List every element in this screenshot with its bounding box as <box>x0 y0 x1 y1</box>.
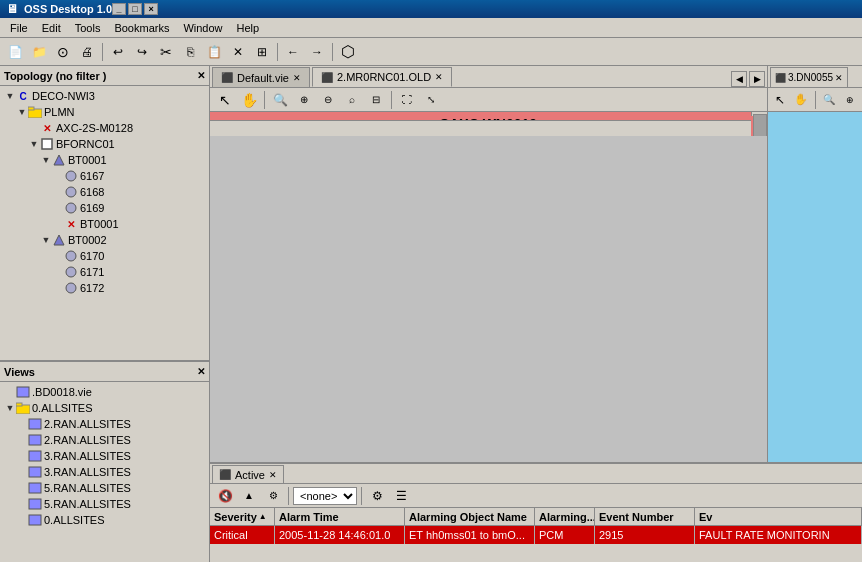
menu-file[interactable]: File <box>4 20 34 36</box>
toolbar-cut[interactable]: ✂ <box>155 41 177 63</box>
topology-close-button[interactable]: ✕ <box>197 70 205 81</box>
map-scroll-thumb[interactable] <box>753 114 767 136</box>
mini-tool-arrow[interactable]: ↖ <box>770 89 789 111</box>
mini-tool-hand[interactable]: ✋ <box>791 89 810 111</box>
toolbar-circle[interactable]: ⊙ <box>52 41 74 63</box>
alarm-tool-mute[interactable]: 🔇 <box>214 485 236 507</box>
alarm-filter-select[interactable]: <none> <box>293 487 357 505</box>
view-icon-3ran2 <box>28 465 42 479</box>
map-tool-zoom-out[interactable]: ⊖ <box>317 89 339 111</box>
toolbar-grid[interactable]: ⊞ <box>251 41 273 63</box>
close-button[interactable]: × <box>144 3 158 15</box>
view-item-5ran2[interactable]: ▶ 5.RAN.ALLSITES <box>2 496 207 512</box>
views-close-button[interactable]: ✕ <box>197 366 205 377</box>
views-tree[interactable]: ▶ .BD0018.vie ▼ 0.ALLSITES <box>0 382 209 562</box>
tree-expand-deco[interactable]: ▼ <box>4 90 16 102</box>
tab-3dn0055[interactable]: ⬛ 3.DN0055 ✕ <box>770 67 848 87</box>
map-scrollbar-horizontal[interactable] <box>210 120 751 136</box>
view-item-3ran1[interactable]: ▶ 3.RAN.ALLSITES <box>2 448 207 464</box>
tree-icon-tri1 <box>52 153 66 167</box>
map-tool-zoom-in[interactable]: 🔍 <box>269 89 291 111</box>
map-tool-zoom-fit[interactable]: ⊕ <box>293 89 315 111</box>
menu-edit[interactable]: Edit <box>36 20 67 36</box>
tab-default-vie[interactable]: ⬛ Default.vie ✕ <box>212 67 310 87</box>
tree-expand-bt0002[interactable]: ▼ <box>40 234 52 246</box>
tree-expand-bfornc01[interactable]: ▼ <box>28 138 40 150</box>
tree-item-6171[interactable]: ▶ 6171 <box>2 264 207 280</box>
toolbar-redo[interactable]: ↪ <box>131 41 153 63</box>
mini-tab-close[interactable]: ✕ <box>835 73 843 83</box>
menu-help[interactable]: Help <box>231 20 266 36</box>
tree-expand-allsites[interactable]: ▼ <box>4 402 16 414</box>
toolbar-delete[interactable]: ✕ <box>227 41 249 63</box>
tab-close-2mr0[interactable]: ✕ <box>435 72 443 82</box>
menu-tools[interactable]: Tools <box>69 20 107 36</box>
tree-expand-plmn[interactable]: ▼ <box>16 106 28 118</box>
map-tool-fit[interactable]: ⛶ <box>396 89 418 111</box>
map-scrollbar-vertical[interactable] <box>751 112 767 116</box>
maximize-button[interactable]: □ <box>128 3 142 15</box>
tree-expand-bt0001[interactable]: ▼ <box>40 154 52 166</box>
minimize-button[interactable]: _ <box>112 3 126 15</box>
tree-item-6170[interactable]: ▶ 6170 <box>2 248 207 264</box>
map-tool-arrow[interactable]: ↖ <box>214 89 236 111</box>
map-tool-expand[interactable]: ⤡ <box>420 89 442 111</box>
menu-bookmarks[interactable]: Bookmarks <box>108 20 175 36</box>
alarm-col-object[interactable]: Alarming Object Name <box>405 508 535 525</box>
view-item-0allsites[interactable]: ▼ 0.ALLSITES <box>2 400 207 416</box>
toolbar-new[interactable]: 📄 <box>4 41 26 63</box>
view-item-2ran2[interactable]: ▶ 2.RAN.ALLSITES <box>2 432 207 448</box>
main-layout: Topology (no filter ) ✕ ▼ C DECO-NWI3 ▼ <box>0 66 862 562</box>
alarm-col-event[interactable]: Event Number <box>595 508 695 525</box>
bottom-tab-close[interactable]: ✕ <box>269 470 277 480</box>
toolbar-print[interactable]: 🖨 <box>76 41 98 63</box>
alarm-col-ev[interactable]: Ev <box>695 508 862 525</box>
tree-item-bfornc01[interactable]: ▼ BFORNC01 <box>2 136 207 152</box>
tree-item-6167[interactable]: ▶ 6167 <box>2 168 207 184</box>
view-item-3ran2[interactable]: ▶ 3.RAN.ALLSITES <box>2 464 207 480</box>
map-tool-zoom-sel[interactable]: ⊟ <box>365 89 387 111</box>
view-item-5ran1[interactable]: ▶ 5.RAN.ALLSITES <box>2 480 207 496</box>
toolbar-copy[interactable]: ⎘ <box>179 41 201 63</box>
map-tool-zoom-region[interactable]: ⌕ <box>341 89 363 111</box>
toolbar-back[interactable]: ← <box>282 41 304 63</box>
tab-close-default[interactable]: ✕ <box>293 73 301 83</box>
tree-item-6169[interactable]: ▶ 6169 <box>2 200 207 216</box>
tree-label-bt0001: BT0001 <box>68 154 107 166</box>
toolbar-forward[interactable]: → <box>306 41 328 63</box>
map-tool-hand[interactable]: ✋ <box>238 89 260 111</box>
alarm-row-critical[interactable]: Critical 2005-11-28 14:46:01.0 ET hh0mss… <box>210 526 862 544</box>
alarm-col-alarming[interactable]: Alarming... <box>535 508 595 525</box>
toolbar-undo[interactable]: ↩ <box>107 41 129 63</box>
view-item-0allsites2[interactable]: ▶ 0.ALLSITES <box>2 512 207 528</box>
tree-item-bt0002[interactable]: ▼ BT0002 <box>2 232 207 248</box>
mini-tool-zoom-in[interactable]: 🔍 <box>819 89 838 111</box>
view-item-bd0018[interactable]: ▶ .BD0018.vie <box>2 384 207 400</box>
tree-item-bt0001[interactable]: ▼ BT0001 <box>2 152 207 168</box>
tab-nav-left[interactable]: ◀ <box>731 71 747 87</box>
toolbar-paste[interactable]: 📋 <box>203 41 225 63</box>
topology-tree[interactable]: ▼ C DECO-NWI3 ▼ PLMN ▶ ✕ <box>0 86 209 360</box>
tree-item-6172[interactable]: ▶ 6172 <box>2 280 207 296</box>
tab-active[interactable]: ⬛ Active ✕ <box>212 465 284 483</box>
tab-2mr0rnc01[interactable]: ⬛ 2.MR0RNC01.OLD ✕ <box>312 67 452 87</box>
tree-item-axc[interactable]: ▶ ✕ AXC-2S-M0128 <box>2 120 207 136</box>
tab-nav-right[interactable]: ▶ <box>749 71 765 87</box>
alarm-col-severity[interactable]: Severity ▲ <box>210 508 275 525</box>
alarm-tool-up[interactable]: ▲ <box>238 485 260 507</box>
toolbar-3d[interactable]: ⬡ <box>337 41 359 63</box>
alarm-tool-table[interactable]: ☰ <box>390 485 412 507</box>
tree-label-6170: 6170 <box>80 250 104 262</box>
tree-item-deco[interactable]: ▼ C DECO-NWI3 <box>2 88 207 104</box>
tree-item-6168[interactable]: ▶ 6168 <box>2 184 207 200</box>
network-map[interactable]: SAXC WN0019 190 WN0012 244 <box>210 112 767 136</box>
mini-tool-zoom-fit[interactable]: ⊕ <box>841 89 860 111</box>
view-item-2ran1[interactable]: ▶ 2.RAN.ALLSITES <box>2 416 207 432</box>
tree-item-plmn[interactable]: ▼ PLMN <box>2 104 207 120</box>
alarm-tool-group[interactable]: ⚙ <box>366 485 388 507</box>
tree-item-bt0001b[interactable]: ▶ ✕ BT0001 <box>2 216 207 232</box>
toolbar-open[interactable]: 📁 <box>28 41 50 63</box>
menu-window[interactable]: Window <box>177 20 228 36</box>
alarm-tool-down[interactable]: ⚙ <box>262 485 284 507</box>
alarm-col-time[interactable]: Alarm Time <box>275 508 405 525</box>
